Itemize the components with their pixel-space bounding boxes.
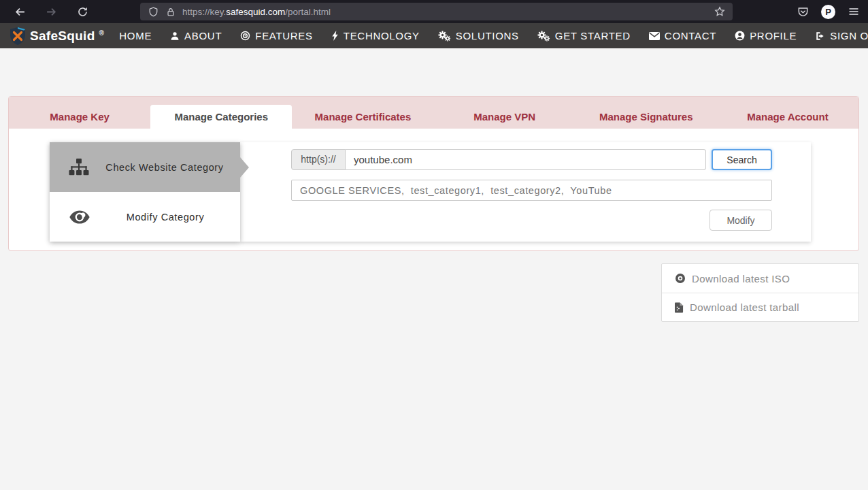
sitemap-icon (69, 159, 89, 176)
download-iso-link[interactable]: Download latest ISO (662, 264, 858, 293)
back-icon[interactable] (14, 5, 26, 18)
sidebar-item-label: Modify Category (90, 212, 240, 223)
nav-get-started[interactable]: GET STARTED (537, 30, 631, 42)
nav-technology[interactable]: TECHNOLOGY (331, 30, 420, 42)
nav-features[interactable]: FEATURES (240, 30, 313, 42)
tab-manage-vpn[interactable]: Manage VPN (434, 105, 575, 129)
browser-toolbar: https://key.safesquid.com/portal.html P (0, 0, 868, 23)
nav-about[interactable]: ABOUT (170, 30, 222, 42)
brand-name: SafeSquid (30, 29, 95, 44)
main-navigation: HOME ABOUT FEATURES TECHNOLOGY SOLUTIONS… (119, 30, 868, 42)
safesquid-logo[interactable]: SafeSquid® (10, 27, 104, 45)
protocol-prefix: http(s):// (291, 149, 346, 170)
tab-manage-key[interactable]: Manage Key (9, 105, 150, 129)
tab-manage-account[interactable]: Manage Account (717, 105, 858, 129)
lock-icon[interactable] (165, 5, 177, 18)
reload-icon[interactable] (76, 5, 88, 18)
gears-icon (537, 31, 550, 42)
nav-sign-out[interactable]: SIGN OUT (815, 30, 868, 42)
eye-icon (69, 210, 90, 225)
bookmark-star-icon[interactable] (714, 5, 726, 18)
person-circle-icon (735, 31, 745, 41)
url-scheme: https://key. (182, 7, 226, 17)
envelope-icon (649, 32, 660, 40)
category-sidebar: Check Website Category Modify Category (50, 142, 240, 242)
tab-manage-certificates[interactable]: Manage Certificates (292, 105, 433, 129)
check-category-panel: http(s):// Search Modify (240, 142, 811, 242)
person-icon (170, 31, 180, 41)
download-tarball-link[interactable]: Download latest tarball (662, 293, 858, 321)
website-input-group: http(s):// (291, 149, 706, 170)
tab-manage-signatures[interactable]: Manage Signatures (575, 105, 717, 129)
pocket-icon[interactable] (797, 5, 809, 18)
tab-manage-categories[interactable]: Manage Categories (150, 105, 292, 129)
modify-button[interactable]: Modify (710, 210, 772, 231)
file-archive-icon (675, 302, 684, 313)
nav-home[interactable]: HOME (119, 30, 152, 42)
download-tarball-label: Download latest tarball (690, 301, 799, 313)
nav-contact[interactable]: CONTACT (649, 30, 716, 42)
nav-profile[interactable]: PROFILE (735, 30, 797, 42)
website-url-input[interactable] (346, 149, 706, 170)
url-bar[interactable]: https://key.safesquid.com/portal.html (140, 3, 733, 20)
sidebar-item-modify-category[interactable]: Modify Category (50, 192, 240, 242)
browser-toolbar-right: P (797, 5, 860, 19)
download-iso-label: Download latest ISO (692, 273, 790, 284)
safesquid-shield-icon (10, 27, 26, 45)
sign-out-icon (815, 31, 825, 41)
url-domain: safesquid.com (226, 7, 285, 17)
extension-p-icon[interactable]: P (821, 5, 835, 19)
portal-card: Manage Key Manage Categories Manage Cert… (8, 96, 859, 251)
disc-icon (675, 273, 686, 284)
browser-window: https://key.safesquid.com/portal.html P … (0, 0, 868, 490)
sidebar-item-check-website-category[interactable]: Check Website Category (50, 142, 240, 192)
category-result-input[interactable] (291, 180, 772, 201)
url-text: https://key.safesquid.com/portal.html (182, 7, 331, 17)
forward-icon[interactable] (45, 5, 57, 18)
sidebar-item-label: Check Website Category (89, 162, 240, 173)
active-item-arrow (240, 157, 249, 178)
tab-bar: Manage Key Manage Categories Manage Cert… (9, 97, 858, 129)
downloads-panel: Download latest ISO Download latest tarb… (661, 263, 859, 322)
target-icon (240, 31, 250, 41)
search-button[interactable]: Search (712, 149, 772, 170)
nav-solutions[interactable]: SOLUTIONS (438, 30, 519, 42)
menu-hamburger-icon[interactable] (848, 5, 860, 18)
registered-mark: ® (99, 29, 105, 37)
site-navbar: SafeSquid® HOME ABOUT FEATURES TECHNOLOG… (0, 23, 868, 48)
tab-content: Check Website Category Modify Category (9, 129, 858, 250)
browser-nav-buttons (14, 5, 88, 18)
url-path: /portal.html (285, 7, 331, 17)
bolt-icon (331, 31, 339, 41)
gears-icon (438, 31, 451, 42)
tracking-shield-icon[interactable] (147, 5, 159, 18)
